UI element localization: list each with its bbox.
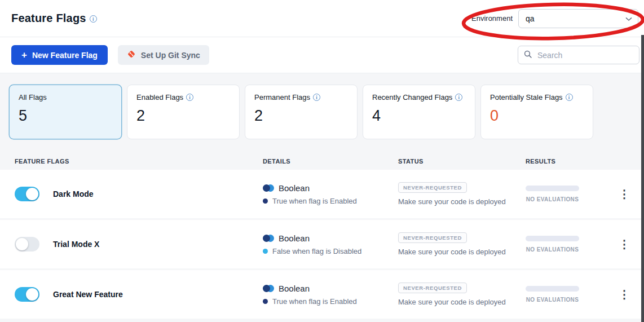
kebab-menu-icon[interactable]: ⋮ — [614, 236, 634, 252]
flag-toggle[interactable] — [15, 287, 39, 302]
info-icon[interactable] — [90, 15, 97, 23]
boolean-type-icon — [263, 285, 274, 292]
git-sync-label: Set Up Git Sync — [141, 51, 200, 60]
setup-git-sync-button[interactable]: Set Up Git Sync — [118, 45, 209, 65]
column-header-feature-flags: FEATURE FLAGS — [0, 158, 263, 165]
status-badge: NEVER-REQUESTED — [398, 182, 467, 193]
status-text: Make sure your code is deployed — [398, 197, 506, 206]
card-recently-changed-flags[interactable]: Recently Changed Flags 4 — [363, 85, 475, 139]
card-all-flags[interactable]: All Flags 5 — [9, 85, 122, 139]
card-count: 2 — [254, 107, 348, 125]
toggle-knob — [26, 288, 38, 301]
search-box — [518, 46, 639, 64]
evaluations-bar — [526, 286, 579, 292]
table-row: Great New Feature Boolean True when flag… — [0, 270, 641, 319]
environment-selector: Environment qa — [471, 9, 638, 28]
flag-toggle[interactable] — [15, 187, 39, 201]
plus-icon: + — [21, 50, 27, 60]
title-wrap: Feature Flags — [11, 12, 97, 25]
table-header: FEATURE FLAGS DETAILS STATUS RESULTS — [0, 153, 644, 170]
column-header-status: STATUS — [398, 158, 526, 165]
status-badge: NEVER-REQUESTED — [398, 283, 467, 293]
flag-type-label: Boolean — [279, 284, 310, 293]
card-enabled-flags[interactable]: Enabled Flags 2 — [127, 85, 240, 139]
card-label: Potentially Stale Flags — [490, 93, 584, 102]
page-title: Feature Flags — [11, 12, 86, 25]
info-icon[interactable] — [313, 94, 320, 101]
status-badge: NEVER-REQUESTED — [398, 232, 467, 243]
evaluations-bar — [526, 186, 579, 191]
status-text: Make sure your code is deployed — [398, 298, 506, 306]
table-row: Dark Mode Boolean True when flag is Enab… — [0, 170, 641, 218]
flag-filter-cards: All Flags 5 Enabled Flags 2 Permanent Fl… — [9, 85, 644, 139]
flag-name[interactable]: Dark Mode — [53, 189, 94, 199]
vertical-scrollbar[interactable] — [641, 35, 644, 322]
search-input[interactable] — [536, 50, 633, 60]
flag-type-label: Boolean — [279, 233, 310, 243]
toolbar: + New Feature Flag Set Up Git Sync — [0, 37, 644, 73]
info-icon[interactable] — [455, 94, 462, 101]
git-icon — [127, 50, 136, 60]
results-text: NO EVALUATIONS — [526, 196, 579, 202]
flag-name[interactable]: Great New Feature — [53, 290, 123, 299]
boolean-type-icon — [263, 184, 274, 192]
kebab-menu-icon[interactable]: ⋮ — [614, 286, 634, 302]
card-label: All Flags — [19, 93, 112, 102]
card-label: Enabled Flags — [136, 93, 230, 102]
new-feature-flag-label: New Feature Flag — [32, 51, 98, 60]
card-permanent-flags[interactable]: Permanent Flags 2 — [245, 85, 358, 139]
search-icon — [524, 50, 532, 60]
variation-text: False when flag is Disabled — [272, 247, 361, 255]
environment-label: Environment — [471, 14, 513, 23]
toggle-knob — [26, 188, 38, 200]
card-count: 5 — [19, 107, 112, 125]
flag-name[interactable]: Trial Mode X — [53, 240, 99, 249]
card-potentially-stale-flags[interactable]: Potentially Stale Flags 0 — [480, 85, 593, 139]
flag-table-body: Dark Mode Boolean True when flag is Enab… — [0, 170, 644, 319]
variation-text: True when flag is Enabled — [272, 197, 357, 205]
card-count: 0 — [490, 107, 584, 125]
status-text: Make sure your code is deployed — [398, 248, 506, 256]
card-count: 2 — [136, 107, 230, 125]
evaluations-bar — [526, 236, 579, 241]
boolean-type-icon — [263, 235, 274, 242]
variation-dot — [263, 199, 268, 204]
variation-dot — [263, 299, 268, 304]
card-label: Recently Changed Flags — [372, 93, 466, 102]
column-header-results: RESULTS — [526, 158, 609, 165]
flag-type-label: Boolean — [279, 183, 310, 193]
page-header: Feature Flags Environment qa — [0, 0, 644, 37]
table-row: Trial Mode X Boolean False when flag is … — [0, 220, 641, 268]
environment-value: qa — [526, 14, 535, 23]
new-feature-flag-button[interactable]: + New Feature Flag — [11, 45, 108, 65]
variation-dot — [263, 249, 268, 254]
card-count: 4 — [372, 107, 466, 125]
flag-toggle[interactable] — [15, 237, 39, 252]
info-icon[interactable] — [566, 94, 573, 101]
environment-dropdown[interactable]: qa — [518, 9, 638, 28]
toggle-knob — [16, 238, 28, 250]
chevron-down-icon — [625, 14, 632, 24]
card-label: Permanent Flags — [254, 93, 348, 102]
feature-flags-page: Feature Flags Environment qa + New Featu… — [0, 0, 644, 322]
kebab-menu-icon[interactable]: ⋮ — [614, 186, 634, 202]
variation-text: True when flag is Enabled — [272, 297, 357, 306]
info-icon[interactable] — [186, 94, 193, 101]
column-header-details: DETAILS — [263, 158, 398, 165]
results-text: NO EVALUATIONS — [526, 297, 579, 303]
results-text: NO EVALUATIONS — [526, 246, 579, 253]
